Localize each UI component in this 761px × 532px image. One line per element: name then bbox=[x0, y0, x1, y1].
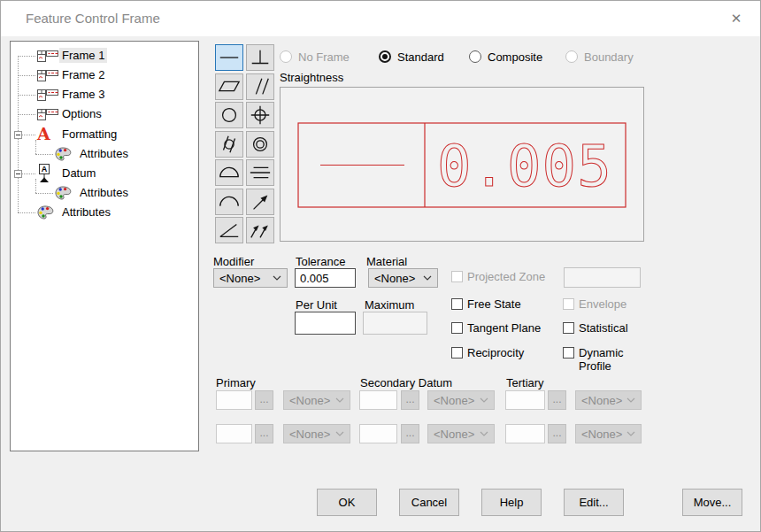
sidebar-item-frame-3[interactable]: Frame 3 bbox=[59, 87, 107, 102]
primary-datum-browse-button-row1: ... bbox=[255, 390, 273, 410]
material-label: Material bbox=[366, 255, 407, 268]
tree-collapse-icon[interactable] bbox=[14, 170, 22, 178]
checkbox-label: Statistical bbox=[579, 321, 628, 335]
checkbox-dynamic-profile[interactable]: Dynamic Profile bbox=[563, 346, 632, 373]
perpendicularity-symbol-button[interactable] bbox=[246, 44, 274, 71]
secondary-datum-input-row1[interactable] bbox=[359, 390, 397, 410]
sidebar-item-options[interactable]: Options bbox=[59, 106, 104, 121]
flatness-icon bbox=[216, 75, 242, 98]
checkbox-statistical[interactable]: Statistical bbox=[563, 321, 628, 335]
move-button[interactable]: Move... bbox=[682, 489, 742, 516]
dropdown-value: <None> bbox=[581, 394, 622, 407]
checkbox-label: Free State bbox=[467, 297, 521, 311]
tree-connector-line bbox=[35, 179, 36, 193]
angularity-symbol-button[interactable] bbox=[215, 217, 243, 243]
cylindricity-symbol-button[interactable] bbox=[215, 131, 243, 158]
position-symbol-button[interactable] bbox=[246, 102, 274, 128]
radio-circle-icon bbox=[469, 50, 481, 63]
palette-icon bbox=[55, 186, 72, 203]
sidebar-item-frame-2[interactable]: Frame 2 bbox=[59, 67, 107, 82]
radio-composite[interactable]: Composite bbox=[469, 50, 542, 64]
profile-of-surface-symbol-button[interactable] bbox=[215, 159, 243, 186]
profile-of-line-symbol-button[interactable] bbox=[215, 189, 243, 215]
checkbox-box bbox=[563, 347, 574, 359]
checkbox-box bbox=[451, 322, 463, 334]
material-dropdown[interactable]: <None> bbox=[368, 268, 438, 288]
checkbox-free-state[interactable]: Free State bbox=[451, 297, 521, 311]
modifier-dropdown[interactable]: <None> bbox=[213, 268, 288, 288]
radio-label: Standard bbox=[397, 50, 444, 64]
total-runout-symbol-button[interactable] bbox=[246, 217, 274, 243]
profile-of-surface-icon bbox=[216, 161, 242, 184]
modifier-value: <None> bbox=[219, 272, 260, 285]
radio-label: Boundary bbox=[584, 50, 634, 64]
position-icon bbox=[247, 104, 273, 127]
primary-datum-input-row1[interactable] bbox=[216, 390, 252, 410]
circularity-symbol-button[interactable] bbox=[215, 102, 243, 128]
dropdown-value: <None> bbox=[434, 428, 474, 441]
per-unit-label: Per Unit bbox=[296, 298, 337, 312]
tree-collapse-icon[interactable] bbox=[14, 131, 22, 139]
tolerance-label: Tolerance bbox=[296, 255, 345, 268]
checkbox-tangent-plane[interactable]: Tangent Plane bbox=[451, 321, 541, 335]
symmetry-icon bbox=[247, 161, 273, 184]
projected-zone-checkbox[interactable]: Projected Zone bbox=[451, 270, 545, 283]
primary-datum-browse-button-row2: ... bbox=[255, 424, 273, 443]
maximum-label: Maximum bbox=[365, 298, 414, 312]
modifier-label: Modifier bbox=[213, 255, 254, 268]
flatness-symbol-button[interactable] bbox=[215, 73, 243, 100]
tertiary-datum-input-row2[interactable] bbox=[505, 424, 545, 443]
feature-control-frame-dialog: Feature Control Frame ✕ Frame 1Frame 2Fr… bbox=[0, 0, 761, 532]
edit-button[interactable]: Edit... bbox=[564, 489, 624, 516]
radio-circle-icon bbox=[565, 50, 578, 63]
perpendicularity-icon bbox=[247, 46, 273, 69]
sidebar-item-frame-1[interactable]: Frame 1 bbox=[59, 48, 107, 63]
frame-icon bbox=[37, 49, 58, 66]
per-unit-input[interactable] bbox=[295, 312, 356, 335]
symmetry-symbol-button[interactable] bbox=[246, 159, 274, 186]
palette-icon bbox=[37, 205, 54, 222]
sidebar-item-formatting[interactable]: Formatting bbox=[59, 127, 119, 142]
fcf-preview: 0.005 bbox=[280, 87, 644, 242]
dropdown-value: <None> bbox=[289, 394, 330, 407]
frame-tree: Frame 1Frame 2Frame 3OptionsAFormattingA… bbox=[10, 41, 199, 451]
tertiary-datum-label: Tertiary bbox=[506, 376, 544, 389]
window-title: Feature Control Frame bbox=[26, 11, 160, 26]
concentricity-symbol-button[interactable] bbox=[246, 131, 274, 158]
tertiary-datum-modifier-dropdown-row1: <None> bbox=[575, 390, 642, 410]
chevron-down-icon bbox=[335, 431, 344, 436]
chevron-down-icon bbox=[626, 431, 635, 436]
sidebar-item-attributes[interactable]: Attributes bbox=[77, 146, 131, 161]
checkbox-reciprocity[interactable]: Reciprocity bbox=[451, 346, 524, 359]
dropdown-value: <None> bbox=[434, 394, 474, 407]
help-button[interactable]: Help bbox=[481, 489, 542, 516]
parallelism-symbol-button[interactable] bbox=[246, 73, 274, 100]
radio-standard[interactable]: Standard bbox=[379, 50, 444, 64]
secondary-datum-input-row2[interactable] bbox=[359, 424, 397, 443]
primary-datum-modifier-dropdown-row2: <None> bbox=[283, 424, 350, 443]
cancel-button[interactable]: Cancel bbox=[399, 489, 459, 516]
tertiary-datum-input-row1[interactable] bbox=[505, 390, 545, 410]
material-value: <None> bbox=[374, 272, 415, 285]
ok-button[interactable]: OK bbox=[317, 489, 377, 516]
sidebar-item-attributes[interactable]: Attributes bbox=[59, 204, 113, 220]
chevron-down-icon bbox=[626, 397, 635, 403]
frame-icon bbox=[37, 107, 58, 124]
tree-connector-stub bbox=[18, 95, 35, 96]
checkbox-box bbox=[563, 322, 574, 334]
circular-runout-symbol-button[interactable] bbox=[246, 189, 274, 215]
dropdown-value: <None> bbox=[581, 428, 622, 441]
sidebar-item-attributes[interactable]: Attributes bbox=[77, 185, 131, 200]
tolerance-input[interactable] bbox=[295, 268, 356, 288]
close-icon[interactable]: ✕ bbox=[725, 9, 748, 28]
circularity-icon bbox=[216, 104, 242, 127]
primary-datum-input-row2[interactable] bbox=[216, 424, 252, 443]
tree-connector-stub bbox=[18, 114, 35, 115]
checkbox-box bbox=[451, 271, 463, 282]
straightness-symbol-button[interactable] bbox=[215, 44, 243, 71]
titlebar: Feature Control Frame ✕ bbox=[1, 1, 760, 36]
radio-label: No Frame bbox=[298, 50, 350, 64]
chevron-down-icon bbox=[480, 431, 488, 436]
tertiary-datum-browse-button-row2: ... bbox=[548, 424, 566, 443]
sidebar-item-datum[interactable]: Datum bbox=[59, 166, 98, 181]
